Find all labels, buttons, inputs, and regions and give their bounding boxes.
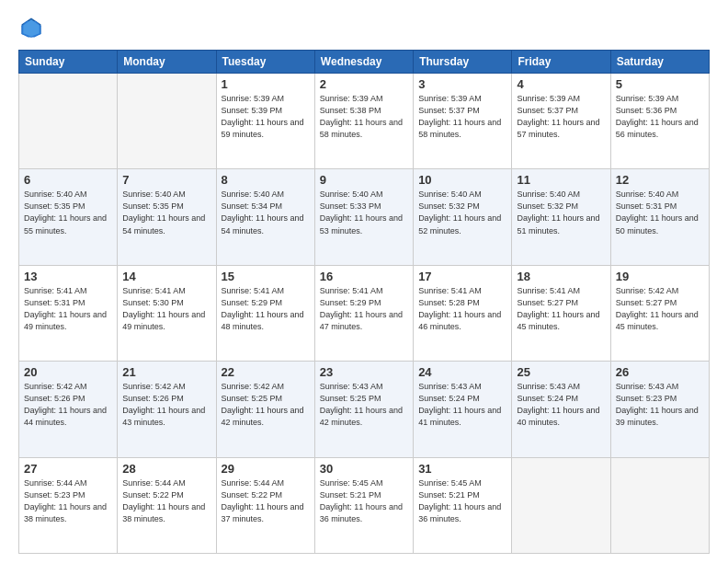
day-info: Sunrise: 5:44 AMSunset: 5:22 PMDaylight:… [122, 477, 210, 525]
day-info: Sunrise: 5:42 AMSunset: 5:26 PMDaylight:… [122, 381, 210, 429]
day-info: Sunrise: 5:45 AMSunset: 5:21 PMDaylight:… [320, 477, 408, 525]
day-cell: 27Sunrise: 5:44 AMSunset: 5:23 PMDayligh… [19, 457, 118, 553]
day-info: Sunrise: 5:43 AMSunset: 5:24 PMDaylight:… [418, 381, 506, 429]
day-cell: 13Sunrise: 5:41 AMSunset: 5:31 PMDayligh… [19, 265, 118, 361]
day-cell: 22Sunrise: 5:42 AMSunset: 5:25 PMDayligh… [216, 362, 314, 457]
day-number: 31 [418, 462, 506, 476]
day-info: Sunrise: 5:39 AMSunset: 5:37 PMDaylight:… [517, 93, 605, 141]
page: SundayMondayTuesdayWednesdayThursdayFrid… [0, 0, 728, 563]
day-number: 14 [122, 270, 210, 283]
day-cell: 12Sunrise: 5:40 AMSunset: 5:31 PMDayligh… [610, 169, 709, 265]
day-info: Sunrise: 5:41 AMSunset: 5:30 PMDaylight:… [122, 285, 210, 333]
day-number: 13 [24, 270, 112, 283]
day-cell [19, 74, 118, 169]
weekday-header-thursday: Thursday [414, 51, 512, 74]
day-cell: 11Sunrise: 5:40 AMSunset: 5:32 PMDayligh… [512, 169, 610, 265]
day-info: Sunrise: 5:39 AMSunset: 5:37 PMDaylight:… [418, 93, 506, 141]
weekday-header-monday: Monday [118, 51, 216, 74]
logo [18, 15, 48, 40]
day-number: 9 [320, 173, 408, 187]
day-number: 20 [24, 365, 112, 379]
day-number: 24 [418, 365, 506, 379]
week-row-5: 27Sunrise: 5:44 AMSunset: 5:23 PMDayligh… [19, 457, 710, 553]
day-cell: 4Sunrise: 5:39 AMSunset: 5:37 PMDaylight… [512, 74, 610, 169]
day-number: 6 [24, 173, 112, 187]
week-row-3: 13Sunrise: 5:41 AMSunset: 5:31 PMDayligh… [19, 265, 710, 361]
day-cell: 5Sunrise: 5:39 AMSunset: 5:36 PMDaylight… [610, 74, 709, 169]
day-number: 15 [222, 270, 310, 283]
day-info: Sunrise: 5:40 AMSunset: 5:32 PMDaylight:… [418, 189, 506, 236]
day-cell: 21Sunrise: 5:42 AMSunset: 5:26 PMDayligh… [118, 362, 216, 457]
day-number: 26 [616, 365, 704, 379]
day-cell: 26Sunrise: 5:43 AMSunset: 5:23 PMDayligh… [610, 362, 709, 457]
day-number: 21 [122, 365, 210, 379]
day-number: 2 [320, 77, 408, 91]
day-cell: 6Sunrise: 5:40 AMSunset: 5:35 PMDaylight… [19, 169, 118, 265]
day-info: Sunrise: 5:40 AMSunset: 5:35 PMDaylight:… [122, 189, 210, 236]
day-cell [610, 457, 709, 553]
day-cell: 29Sunrise: 5:44 AMSunset: 5:22 PMDayligh… [216, 457, 314, 553]
day-cell: 16Sunrise: 5:41 AMSunset: 5:29 PMDayligh… [314, 265, 413, 361]
day-number: 23 [320, 365, 408, 379]
day-cell: 19Sunrise: 5:42 AMSunset: 5:27 PMDayligh… [610, 265, 709, 361]
day-info: Sunrise: 5:41 AMSunset: 5:28 PMDaylight:… [418, 285, 506, 333]
header [18, 15, 710, 40]
day-info: Sunrise: 5:40 AMSunset: 5:34 PMDaylight:… [222, 189, 310, 236]
day-info: Sunrise: 5:42 AMSunset: 5:26 PMDaylight:… [24, 381, 112, 429]
day-cell: 15Sunrise: 5:41 AMSunset: 5:29 PMDayligh… [216, 265, 314, 361]
calendar-table: SundayMondayTuesdayWednesdayThursdayFrid… [18, 50, 710, 554]
day-cell: 1Sunrise: 5:39 AMSunset: 5:39 PMDaylight… [216, 74, 314, 169]
weekday-header-tuesday: Tuesday [216, 51, 314, 74]
day-info: Sunrise: 5:43 AMSunset: 5:24 PMDaylight:… [517, 381, 605, 429]
day-number: 4 [517, 77, 605, 91]
day-cell: 17Sunrise: 5:41 AMSunset: 5:28 PMDayligh… [414, 265, 512, 361]
day-number: 30 [320, 462, 408, 476]
day-info: Sunrise: 5:41 AMSunset: 5:27 PMDaylight:… [517, 285, 605, 333]
day-number: 18 [517, 270, 605, 283]
day-cell [118, 74, 216, 169]
day-info: Sunrise: 5:40 AMSunset: 5:35 PMDaylight:… [24, 189, 112, 236]
day-info: Sunrise: 5:40 AMSunset: 5:32 PMDaylight:… [517, 189, 605, 236]
day-cell: 25Sunrise: 5:43 AMSunset: 5:24 PMDayligh… [512, 362, 610, 457]
day-info: Sunrise: 5:41 AMSunset: 5:29 PMDaylight:… [320, 285, 408, 333]
day-info: Sunrise: 5:41 AMSunset: 5:31 PMDaylight:… [24, 285, 112, 333]
day-number: 10 [418, 173, 506, 187]
day-cell: 30Sunrise: 5:45 AMSunset: 5:21 PMDayligh… [314, 457, 413, 553]
day-cell: 10Sunrise: 5:40 AMSunset: 5:32 PMDayligh… [414, 169, 512, 265]
weekday-header-wednesday: Wednesday [314, 51, 413, 74]
day-number: 5 [616, 77, 704, 91]
day-number: 1 [222, 77, 310, 91]
day-number: 8 [222, 173, 310, 187]
week-row-4: 20Sunrise: 5:42 AMSunset: 5:26 PMDayligh… [19, 362, 710, 457]
weekday-header-saturday: Saturday [610, 51, 709, 74]
day-number: 16 [320, 270, 408, 283]
day-info: Sunrise: 5:39 AMSunset: 5:36 PMDaylight:… [616, 93, 704, 141]
day-number: 27 [24, 462, 112, 476]
day-number: 11 [517, 173, 605, 187]
day-cell: 14Sunrise: 5:41 AMSunset: 5:30 PMDayligh… [118, 265, 216, 361]
day-number: 25 [517, 365, 605, 379]
day-cell: 8Sunrise: 5:40 AMSunset: 5:34 PMDaylight… [216, 169, 314, 265]
day-info: Sunrise: 5:40 AMSunset: 5:33 PMDaylight:… [320, 189, 408, 236]
day-number: 17 [418, 270, 506, 283]
day-number: 7 [122, 173, 210, 187]
day-cell: 28Sunrise: 5:44 AMSunset: 5:22 PMDayligh… [118, 457, 216, 553]
day-info: Sunrise: 5:44 AMSunset: 5:22 PMDaylight:… [222, 477, 310, 525]
day-number: 28 [122, 462, 210, 476]
day-cell: 23Sunrise: 5:43 AMSunset: 5:25 PMDayligh… [314, 362, 413, 457]
day-number: 12 [616, 173, 704, 187]
day-cell [512, 457, 610, 553]
day-number: 3 [418, 77, 506, 91]
day-info: Sunrise: 5:43 AMSunset: 5:25 PMDaylight:… [320, 381, 408, 429]
day-cell: 9Sunrise: 5:40 AMSunset: 5:33 PMDaylight… [314, 169, 413, 265]
week-row-2: 6Sunrise: 5:40 AMSunset: 5:35 PMDaylight… [19, 169, 710, 265]
day-cell: 24Sunrise: 5:43 AMSunset: 5:24 PMDayligh… [414, 362, 512, 457]
day-cell: 2Sunrise: 5:39 AMSunset: 5:38 PMDaylight… [314, 74, 413, 169]
day-cell: 31Sunrise: 5:45 AMSunset: 5:21 PMDayligh… [414, 457, 512, 553]
day-cell: 7Sunrise: 5:40 AMSunset: 5:35 PMDaylight… [118, 169, 216, 265]
day-info: Sunrise: 5:40 AMSunset: 5:31 PMDaylight:… [616, 189, 704, 236]
day-number: 19 [616, 270, 704, 283]
day-info: Sunrise: 5:39 AMSunset: 5:39 PMDaylight:… [222, 93, 310, 141]
logo-icon [18, 15, 44, 40]
day-info: Sunrise: 5:39 AMSunset: 5:38 PMDaylight:… [320, 93, 408, 141]
